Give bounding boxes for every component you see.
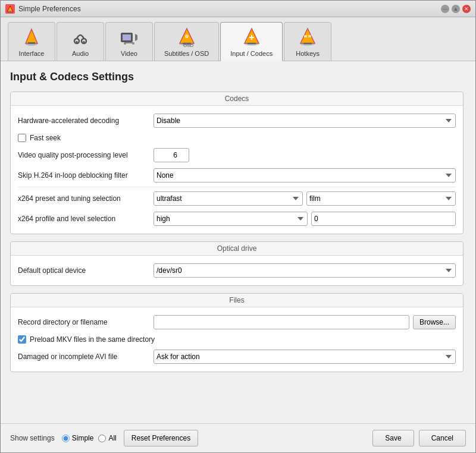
x264-preset-select[interactable]: ultrafast superfast veryfast faster fast… <box>154 191 303 206</box>
x264-profile-control: high baseline main high10 high422 high44… <box>154 212 456 226</box>
simple-radio[interactable] <box>62 435 70 442</box>
codecs-section-body: Hardware-accelerated decoding Disable En… <box>11 106 463 234</box>
damaged-avi-select[interactable]: Ask for action Always fix Never fix <box>154 350 456 364</box>
skip-h264-label: Skip H.264 in-loop deblocking filter <box>18 171 149 180</box>
x264-preset-label: x264 preset and tuning selection <box>18 194 149 203</box>
main-content: Input & Codecs Settings Codecs Hardware-… <box>1 61 475 423</box>
svg-point-18 <box>185 34 189 38</box>
x264-profile-select[interactable]: high baseline main high10 high422 high44… <box>154 212 308 226</box>
fast-seek-label[interactable]: Fast seek <box>30 134 61 142</box>
skip-h264-select[interactable]: None Non-ref Bidir Non-key All <box>154 168 456 183</box>
interface-tab-icon <box>20 26 43 49</box>
video-quality-row: Video quality post-processing level <box>18 145 456 165</box>
optical-section-body: Default optical device /dev/sr0 /dev/sr1… <box>11 256 463 285</box>
cancel-button[interactable]: Cancel <box>419 430 466 446</box>
x264-profile-label: x264 profile and level selection <box>18 215 149 223</box>
action-buttons: Save Cancel <box>372 430 466 446</box>
input-codecs-tab-icon <box>240 26 263 49</box>
window-title: Simple Preferences <box>18 5 81 13</box>
svg-marker-2 <box>26 29 37 43</box>
optical-section-header: Optical drive <box>11 242 463 256</box>
hw-decoding-control: Disable Enable Automatic <box>154 114 456 128</box>
save-button[interactable]: Save <box>372 430 414 446</box>
all-radio-label[interactable]: All <box>108 434 116 442</box>
x264-preset-row: x264 preset and tuning selection ultrafa… <box>18 188 456 209</box>
hotkeys-tab-icon <box>296 26 319 49</box>
app-icon <box>5 4 15 14</box>
optical-device-select[interactable]: /dev/sr0 /dev/sr1 /dev/cdrom <box>154 263 456 278</box>
show-settings-label: Show settings <box>10 434 55 442</box>
hotkeys-tab-label: Hotkeys <box>296 50 320 57</box>
hw-decoding-row: Hardware-accelerated decoding Disable En… <box>18 111 456 131</box>
minimize-button[interactable]: — <box>441 5 449 13</box>
tab-interface[interactable]: Interface <box>8 22 55 61</box>
browse-button[interactable]: Browse... <box>413 315 456 329</box>
audio-tab-icon <box>69 26 92 49</box>
svg-rect-28 <box>304 35 307 37</box>
input-codecs-tab-label: Input / Codecs <box>230 50 273 57</box>
tab-hotkeys[interactable]: Hotkeys <box>284 22 331 61</box>
interface-tab-label: Interface <box>19 50 45 57</box>
hw-decoding-select[interactable]: Disable Enable Automatic <box>154 114 456 128</box>
video-tab-label: Video <box>121 50 137 57</box>
preload-mkv-label[interactable]: Preload MKV files in the same directory <box>30 335 155 344</box>
tab-audio[interactable]: Audio <box>57 22 104 61</box>
x264-tuning-select[interactable]: film animation grain stillimage psnr ssi… <box>306 191 456 206</box>
optical-device-control: /dev/sr0 /dev/sr1 /dev/cdrom <box>154 263 456 278</box>
record-dir-label: Record directory or filename <box>18 318 149 326</box>
svg-rect-4 <box>28 42 35 44</box>
video-tab-icon <box>118 26 140 49</box>
close-button[interactable]: ✕ <box>462 5 471 13</box>
svg-rect-29 <box>308 35 311 37</box>
page-title: Input & Codecs Settings <box>10 71 466 83</box>
damaged-avi-row: Damaged or incomplete AVI file Ask for a… <box>18 347 456 367</box>
record-dir-control: Browse... <box>154 315 456 329</box>
audio-tab-label: Audio <box>72 50 89 57</box>
reset-preferences-button[interactable]: Reset Preferences <box>124 430 198 446</box>
svg-rect-22 <box>248 43 256 45</box>
video-quality-label: Video quality post-processing level <box>18 151 149 159</box>
damaged-avi-label: Damaged or incomplete AVI file <box>18 353 149 361</box>
simple-radio-item: Simple <box>62 434 94 442</box>
files-section: Files Record directory or filename Brows… <box>10 293 464 372</box>
skip-h264-row: Skip H.264 in-loop deblocking filter Non… <box>18 165 456 185</box>
subtitles-tab-icon: OSD <box>176 26 198 49</box>
titlebar: Simple Preferences — ▲ ✕ <box>1 1 475 17</box>
optical-section: Optical drive Default optical device /de… <box>10 241 464 286</box>
x264-profile-row: x264 profile and level selection high ba… <box>18 209 456 229</box>
titlebar-controls: — ▲ ✕ <box>441 5 471 13</box>
codecs-divider <box>18 187 456 187</box>
simple-radio-label[interactable]: Simple <box>72 434 94 442</box>
files-section-body: Record directory or filename Browse... P… <box>11 307 463 372</box>
svg-rect-27 <box>303 43 312 45</box>
hw-decoding-label: Hardware-accelerated decoding <box>18 117 149 125</box>
all-radio[interactable] <box>98 435 106 442</box>
fast-seek-checkbox[interactable] <box>18 134 26 142</box>
damaged-avi-control: Ask for action Always fix Never fix <box>154 350 456 364</box>
svg-marker-10 <box>135 34 137 41</box>
scroll-area[interactable]: Codecs Hardware-accelerated decoding Dis… <box>10 92 466 423</box>
codecs-section: Codecs Hardware-accelerated decoding Dis… <box>10 92 464 234</box>
subtitles-tab-label: Subtitles / OSD <box>164 50 209 57</box>
all-radio-item: All <box>98 434 116 442</box>
tab-video[interactable]: Video <box>105 22 153 61</box>
svg-text:OSD: OSD <box>183 43 194 48</box>
fast-seek-row: Fast seek <box>18 131 456 145</box>
settings-mode-group: Simple All <box>62 434 117 442</box>
optical-device-label: Default optical device <box>18 266 149 275</box>
video-quality-spinner[interactable] <box>154 148 189 162</box>
maximize-button[interactable]: ▲ <box>452 5 460 13</box>
record-dir-input[interactable] <box>154 315 409 329</box>
x264-level-input[interactable] <box>311 212 456 226</box>
preload-mkv-checkbox[interactable] <box>18 335 26 344</box>
video-quality-control <box>154 148 456 162</box>
svg-rect-1 <box>8 11 12 12</box>
record-dir-row: Record directory or filename Browse... <box>18 312 456 332</box>
optical-device-row: Default optical device /dev/sr0 /dev/sr1… <box>18 260 456 281</box>
main-window: Simple Preferences — ▲ ✕ Interface <box>0 0 476 453</box>
skip-h264-control: None Non-ref Bidir Non-key All <box>154 168 456 183</box>
tab-input-codecs[interactable]: Input / Codecs <box>220 22 283 61</box>
x264-preset-control: ultrafast superfast veryfast faster fast… <box>154 191 456 206</box>
tab-subtitles[interactable]: OSD Subtitles / OSD <box>154 22 219 61</box>
svg-marker-25 <box>300 29 315 43</box>
